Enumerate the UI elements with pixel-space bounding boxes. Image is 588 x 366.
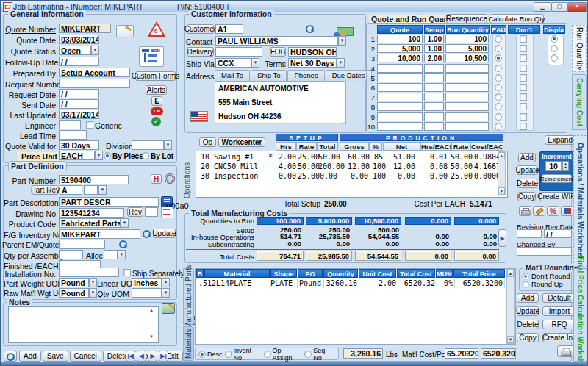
chevron-down-icon[interactable]: ▼: [162, 278, 170, 287]
notes-textarea[interactable]: [8, 306, 159, 343]
eau-radio[interactable]: [495, 45, 502, 52]
customer-button[interactable]: Customer: [187, 24, 214, 34]
dont-print-checkbox[interactable]: [520, 93, 527, 101]
delivery-button[interactable]: Delivery: [187, 47, 214, 57]
dont-print-checkbox[interactable]: [520, 65, 527, 72]
quote-quantity-cell[interactable]: [377, 73, 423, 82]
quote-number-field[interactable]: MIKEPART: [59, 24, 111, 33]
qty-uom-select[interactable]: [132, 288, 162, 298]
rounding-action-button[interactable]: Delete: [517, 320, 539, 329]
scroll-down-icon[interactable]: ▼: [149, 334, 154, 339]
display-radio[interactable]: [551, 35, 558, 43]
by-piece-radio[interactable]: [104, 152, 111, 159]
rounding-option[interactable]: Don't Round: [522, 272, 570, 280]
quote-quantity-cell[interactable]: [377, 102, 423, 111]
run-quantity-cell[interactable]: [445, 102, 489, 111]
address-tab[interactable]: Due Dates: [326, 70, 372, 81]
chevron-down-icon[interactable]: ▼: [251, 58, 259, 68]
rev-date-field[interactable]: / /: [544, 229, 572, 238]
document-icon[interactable]: \u00a0: [161, 196, 173, 207]
setups-cell[interactable]: [424, 93, 444, 101]
maximize-button[interactable]: ▢: [551, 2, 567, 12]
quote-quantity-cell[interactable]: [377, 112, 423, 121]
chevron-down-icon[interactable]: ▼: [89, 288, 97, 298]
fg-inventory-field[interactable]: MIKEPART: [59, 229, 140, 239]
rounding-radio[interactable]: [523, 273, 529, 279]
parent-em-field[interactable]: [59, 240, 105, 249]
fob-field[interactable]: HUDSON OH: [288, 47, 337, 57]
tab-manufactured-parts[interactable]: Manufactured Parts: [183, 268, 194, 325]
tab-carrying-cost[interactable]: Carrying Cost: [572, 74, 587, 130]
dont-print-checkbox[interactable]: [520, 84, 527, 91]
rounding-action-button[interactable]: Create Inv: [542, 333, 576, 342]
quote-quantity-cell[interactable]: [377, 64, 423, 73]
rounding-action-button[interactable]: RFQ: [542, 320, 576, 329]
setups-cell[interactable]: [424, 112, 444, 121]
linear-uom-select[interactable]: Inches: [132, 278, 162, 287]
operation-row[interactable]: 10 Sawing #1 * 2.00 25.00 50.00 60.00 85…: [196, 152, 495, 162]
follow-up-date-field[interactable]: / /: [59, 57, 99, 66]
run-quantity-cell[interactable]: [445, 64, 489, 73]
address-tab[interactable]: Ship To: [251, 70, 287, 81]
quote-number-label[interactable]: Quote Number: [5, 25, 56, 34]
run-quantity-cell[interactable]: [445, 93, 489, 101]
chevron-down-icon[interactable]: ▼: [118, 250, 126, 259]
next-record-icon[interactable]: ▶: [148, 351, 157, 362]
last-updated-field[interactable]: 03/17/2014: [59, 110, 99, 119]
run-quantity-cell[interactable]: [445, 112, 489, 121]
sort-radio[interactable]: [198, 351, 206, 358]
quote-quantity-cell[interactable]: 5,000: [377, 44, 423, 53]
drawing-no-field[interactable]: 123541234: [59, 208, 124, 218]
eau-radio[interactable]: [495, 123, 502, 130]
reincrement-button[interactable]: Reincrement: [542, 174, 572, 183]
address-tab[interactable]: Phones: [287, 70, 324, 81]
run-quantity-cell[interactable]: 100: [445, 35, 489, 43]
eau-radio[interactable]: [495, 113, 502, 121]
scroll-up-icon[interactable]: ▲: [498, 152, 505, 159]
eau-radio[interactable]: [495, 35, 502, 43]
setups-cell[interactable]: 1.00: [424, 35, 444, 43]
by-lot-radio[interactable]: [142, 152, 149, 159]
workcenter-button[interactable]: Workcenter: [218, 137, 265, 147]
part-rev-button[interactable]: Part Rev: [32, 185, 59, 195]
eau-radio[interactable]: [495, 54, 502, 62]
sort-option[interactable]: Invent No: [225, 347, 262, 362]
eau-radio[interactable]: [495, 93, 502, 101]
part-weight-uom-select[interactable]: Pound: [59, 278, 89, 287]
rounding-action-button[interactable]: Copy: [517, 333, 539, 342]
part-number-field[interactable]: 5190400: [59, 175, 129, 184]
search-icon[interactable]: [118, 240, 127, 248]
close-button[interactable]: ✕: [567, 2, 587, 12]
revision-field[interactable]: [517, 229, 542, 238]
price-unit-select[interactable]: EACH: [59, 151, 95, 160]
address-tab[interactable]: Mail To: [215, 70, 250, 81]
chevron-down-icon[interactable]: ▼: [164, 140, 172, 150]
request-number-field[interactable]: [59, 79, 130, 88]
first-record-icon[interactable]: |◀: [126, 351, 135, 362]
installation-no-field[interactable]: [59, 268, 119, 277]
delivery-field[interactable]: [215, 47, 262, 57]
sent-date-field[interactable]: / /: [59, 99, 99, 109]
last-record-icon[interactable]: ▶|: [159, 351, 168, 362]
display-radio[interactable]: [551, 54, 558, 62]
quote-quantity-cell[interactable]: 100: [377, 35, 423, 43]
prev-record-icon[interactable]: ◀: [137, 351, 146, 362]
sort-option[interactable]: Op Assign: [264, 347, 303, 362]
bom-icon[interactable]: BOM: [139, 46, 164, 67]
chevron-down-icon[interactable]: ▼: [338, 36, 346, 46]
search-icon[interactable]: [142, 229, 151, 238]
qty-per-assembly-field[interactable]: [59, 250, 83, 259]
setups-cell[interactable]: [424, 64, 444, 73]
expand-button[interactable]: Expand: [545, 135, 576, 145]
rounding-option[interactable]: Round Up: [522, 280, 570, 288]
customer-field[interactable]: A1: [215, 24, 243, 34]
quote-quantity-cell[interactable]: [377, 122, 423, 131]
update-button[interactable]: Update: [153, 229, 176, 238]
scroll-down-icon[interactable]: ▼: [498, 187, 505, 195]
list-icon[interactable]: [161, 207, 173, 218]
request-date-field[interactable]: / /: [59, 89, 99, 98]
scroll-up-icon[interactable]: ▲: [149, 308, 154, 312]
rounding-action-button[interactable]: Default: [542, 293, 576, 303]
setups-cell[interactable]: 1.00: [424, 44, 444, 53]
quote-quantity-cell[interactable]: [377, 83, 423, 92]
